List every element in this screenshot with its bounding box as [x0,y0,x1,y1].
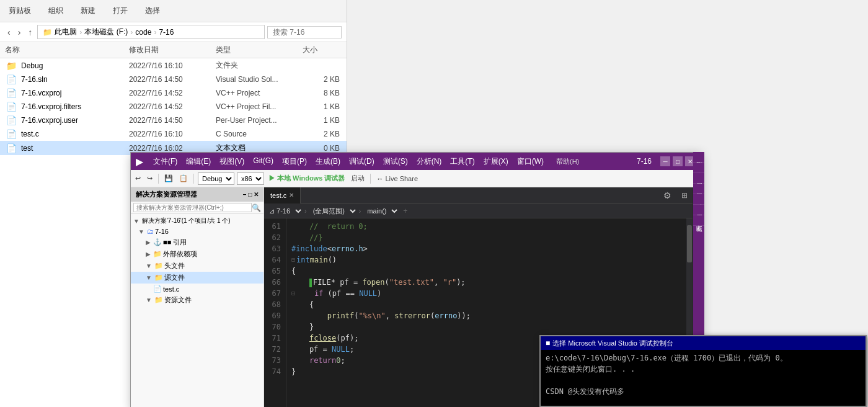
col-header-name[interactable]: 名称 [5,45,129,55]
list-item[interactable]: 📁 Debug 2022/7/16 16:10 文件夹 [0,58,347,73]
file-date: 2022/7/16 16:02 [129,144,216,153]
project-scope-select[interactable]: ⊿ 7-16 [264,204,303,218]
menu-git[interactable]: Git(G) [249,155,277,168]
toolbar-organize[interactable]: 组织 [45,4,67,17]
liveshare-button[interactable]: ↔ Live Share [374,174,420,183]
menu-edit[interactable]: 编辑(E) [182,155,215,168]
panel-output[interactable]: 输出 [693,163,704,173]
tree-item-project[interactable]: ▼ 🗂 7-16 [131,226,264,236]
tab-close-icon[interactable]: ✕ [289,192,294,199]
file-date: 2022/7/16 14:50 [129,116,216,125]
list-item[interactable]: 📄 test.c 2022/7/16 16:10 C Source 2 KB [0,127,347,141]
breadcrumb-drive: 本地磁盘 (F:) [84,27,128,37]
file-type: C Source [216,130,303,138]
references-icon: ⚓ [153,238,162,246]
menu-extensions[interactable]: 扩展(X) [480,155,512,168]
up-button[interactable]: ↑ [25,26,35,38]
breadcrumb-sep2: › [130,28,133,37]
expand-icon: ▶ [146,239,151,246]
file-icon: 📄 [5,143,17,153]
file-size: 1 KB [303,116,340,125]
toolbar-open[interactable]: 打开 [109,4,131,17]
menu-file[interactable]: 文件(F) [149,155,181,168]
global-scope-select[interactable]: (全局范围) [308,204,358,218]
menu-analyze[interactable]: 分析(N) [413,155,446,168]
tree-item-references[interactable]: ▶ ⚓ ■■ 引用 [131,236,264,248]
panel-team[interactable]: 团队 [693,184,704,194]
expand-breadcrumb-icon[interactable]: + [403,207,407,215]
editor-collapse-icon[interactable]: ⊞ [676,191,693,200]
sidebar-search-input[interactable] [133,203,252,212]
debug-config-select[interactable]: Debug [198,172,234,185]
tree-label: 7-16 [155,228,169,235]
expand-icon: ▼ [138,228,144,235]
console-line-1: e:\code\7-16\Debug\7-16.exe（进程 1700）已退出，… [546,352,861,364]
vs-toolbar: ↩ ↪ 💾 📋 Debug x86 ▶ 本地 Windows 调试器 启动 ↔ … [131,170,700,187]
file-size: 1 KB [303,102,340,111]
tab-testc[interactable]: test.c ✕ [264,187,301,204]
tree-item-solution[interactable]: ▼ 解决方案'7-16'(1 个项目/共 1 个) [131,215,264,226]
toolbar-undo[interactable]: ↩ [133,174,143,183]
member-select[interactable]: main() [362,204,399,218]
menu-debug[interactable]: 调试(D) [345,155,378,168]
code-line-66: FILE* pf = fopen("test.txt", "r"); [291,277,688,288]
tree-item-headers[interactable]: ▼ 📁 头文件 [131,260,264,272]
menu-view[interactable]: 视图(V) [216,155,248,168]
file-size: 8 KB [303,89,340,97]
tree-item-ext-deps[interactable]: ▶ 📁 外部依赖项 [131,248,264,260]
file-type: 文件夹 [216,60,303,71]
panel-properties[interactable]: 属性 [693,173,704,184]
list-item[interactable]: 📄 7-16.vcxproj.user 2022/7/16 14:50 Per-… [0,114,347,127]
panel-callstack[interactable]: 调用 [693,205,704,215]
project-icon: 🗂 [147,228,154,235]
toolbar-saveas[interactable]: 📋 [177,174,190,183]
list-item[interactable]: 📄 7-16.vcxproj 2022/7/16 14:52 VC++ Proj… [0,86,347,100]
menu-window[interactable]: 窗口(W) [513,155,547,168]
maximize-button[interactable]: □ [673,156,683,166]
minimize-button[interactable]: ─ [660,156,670,166]
menu-build[interactable]: 生成(B) [312,155,344,168]
list-item[interactable]: 📄 7-16.vcxproj.filters 2022/7/16 14:52 V… [0,100,347,114]
search-input[interactable] [267,26,342,38]
tree-label: 资源文件 [164,295,192,305]
scrollbar-thumb[interactable] [687,225,692,262]
panel-error-list[interactable]: 错误列表 [693,152,704,163]
menu-test[interactable]: 测试(S) [379,155,412,168]
breadcrumb[interactable]: 📁 此电脑 › 本地磁盘 (F:) › code › 7-16 [37,25,265,39]
menu-project[interactable]: 项目(P) [278,155,311,168]
file-type: VC++ Project Fil... [216,102,303,111]
back-button[interactable]: ‹ [5,26,13,38]
file-size: 2 KB [303,75,340,84]
start-label[interactable]: 启动 [349,173,366,184]
forward-button[interactable]: › [16,26,24,38]
breadcrumb-folder: 7-16 [159,28,174,37]
list-item[interactable]: 📄 7-16.sln 2022/7/16 14:50 Visual Studio… [0,73,347,86]
platform-select[interactable]: x86 [237,172,264,185]
tab-settings-icon[interactable]: ⚙ [658,190,676,200]
tree-item-sources[interactable]: ▼ 📁 源文件 [131,272,264,284]
expand-icon: ▼ [146,297,152,303]
toolbar-new[interactable]: 新建 [77,4,99,17]
col-header-date[interactable]: 修改日期 [129,45,216,55]
breadcrumb-code: code [135,28,151,37]
menu-tools[interactable]: 工具(T) [446,155,478,168]
file-type: Visual Studio Sol... [216,75,303,84]
tree-item-resources[interactable]: ▼ 📁 资源文件 [131,294,264,306]
col-header-size[interactable]: 大小 [303,45,340,55]
breadcrumb-sep3: › [154,28,156,37]
panel-breakpoints[interactable]: 断点 [693,215,704,226]
console-line-4: CSDN @头发没有代码多 [546,386,861,397]
panel-debug[interactable]: 调试 [693,194,704,205]
tree-label: 外部依赖项 [163,249,197,259]
toolbar-clipboard[interactable]: 剪贴板 [5,4,35,17]
toolbar-select[interactable]: 选择 [141,4,164,17]
run-button[interactable]: ▶ 本地 Windows 调试器 [267,173,347,184]
toolbar-redo[interactable]: ↪ [145,174,154,183]
sidebar-search[interactable]: 🔍 [131,202,264,214]
tree-item-testc[interactable]: 📄 test.c [131,284,264,294]
code-line-63: #include<errno.h> [291,243,688,254]
toolbar-save[interactable]: 💾 [162,174,175,183]
search-icon: 🔍 [252,204,261,212]
file-size: 2 KB [303,130,340,138]
col-header-type[interactable]: 类型 [216,45,303,55]
